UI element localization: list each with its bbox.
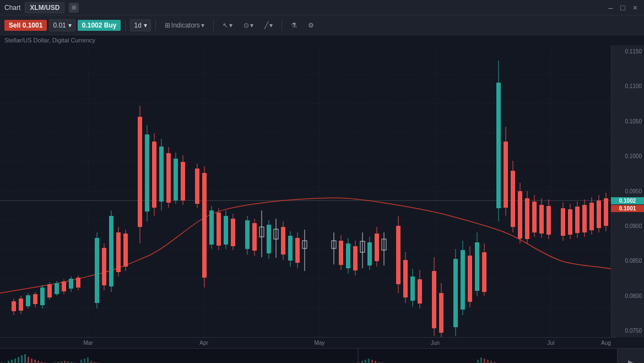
symbol-display[interactable]: XLM/USD: [25, 2, 64, 13]
svg-rect-123: [468, 256, 472, 302]
svg-rect-63: [202, 173, 207, 278]
svg-rect-179: [64, 361, 66, 363]
svg-rect-107: [396, 226, 401, 284]
x-axis: Mar Apr May Jun Jul Aug: [0, 337, 617, 348]
svg-rect-23: [33, 294, 37, 304]
cursor-dropdown-icon: ▾: [229, 21, 232, 29]
svg-rect-306: [484, 359, 485, 363]
subtitle-text: Stellar/US Dollar, Digital Currency: [4, 37, 95, 44]
svg-rect-162: [8, 361, 9, 363]
interval-dropdown-icon: ▾: [144, 21, 147, 29]
y-label-0800: 0.0800: [614, 293, 642, 299]
close-button[interactable]: ×: [631, 2, 640, 13]
svg-rect-153: [589, 203, 594, 230]
svg-rect-269: [361, 361, 363, 363]
y-label-0900: 0.0900: [614, 223, 642, 229]
flask-button[interactable]: ⚗: [286, 19, 301, 31]
separator-3: [213, 20, 214, 31]
svg-rect-95: [346, 243, 350, 268]
svg-rect-147: [568, 209, 572, 235]
maximize-button[interactable]: □: [618, 2, 627, 13]
svg-rect-75: [252, 223, 257, 251]
candlestick-chart: [0, 45, 617, 337]
quantity-selector[interactable]: 0.01 ▾: [49, 19, 75, 31]
clock-icon: ⊙: [243, 21, 249, 29]
qty-value: 0.01: [53, 21, 66, 29]
separator-2: [155, 20, 156, 31]
svg-rect-85: [288, 236, 293, 261]
indicators-icon: ⊞: [165, 21, 170, 29]
svg-rect-87: [295, 238, 300, 263]
gear-icon: ⚙: [308, 21, 314, 29]
sell-button[interactable]: Sell 0.1001: [4, 20, 47, 31]
flask-icon: ⚗: [291, 21, 297, 29]
svg-rect-37: [95, 238, 99, 303]
chart-area[interactable]: 0.1150 0.1100 0.1050 0.1000 0.0950 0.090…: [0, 45, 644, 337]
svg-rect-125: [475, 242, 479, 291]
svg-rect-61: [195, 169, 199, 204]
buy-button[interactable]: 0.1002 Buy: [78, 20, 121, 31]
interval-selector[interactable]: 1d ▾: [130, 19, 150, 31]
svg-rect-67: [217, 213, 221, 246]
svg-rect-129: [496, 83, 501, 208]
mini-chart: 2022 2023: [0, 349, 617, 363]
svg-rect-121: [461, 250, 465, 310]
svg-rect-168: [28, 357, 29, 363]
y-label-1000: 0.1000: [614, 153, 642, 159]
svg-rect-21: [26, 295, 30, 306]
svg-rect-185: [84, 359, 85, 363]
title-bar: Chart XLM/USD ⊞ – □ ×: [0, 0, 644, 15]
toolbar: Sell 0.1001 0.01 ▾ 0.1002 Buy 1d ▾ ⊞ Ind…: [0, 15, 644, 35]
svg-rect-187: [90, 361, 92, 363]
minimize-button[interactable]: –: [607, 2, 615, 13]
svg-rect-83: [281, 227, 285, 254]
mini-chart-right: ▶: [617, 349, 644, 363]
buy-price-tag: 0.1002: [611, 197, 644, 204]
svg-rect-65: [209, 210, 214, 245]
svg-rect-164: [14, 359, 16, 363]
y-axis: 0.1150 0.1100 0.1050 0.1000 0.0950 0.090…: [611, 45, 644, 337]
svg-rect-271: [368, 359, 370, 363]
svg-rect-273: [375, 361, 376, 363]
svg-rect-158: [0, 349, 617, 363]
svg-rect-29: [55, 283, 59, 294]
title-bar-left: Chart XLM/USD ⊞: [4, 2, 79, 13]
indicators-dropdown-icon: ▾: [201, 21, 204, 29]
svg-rect-169: [31, 359, 33, 363]
clock-button[interactable]: ⊙ ▾: [239, 19, 258, 31]
x-label-apr: Apr: [199, 340, 208, 346]
symbol-icon: ⊞: [69, 3, 79, 13]
svg-rect-139: [532, 202, 537, 232]
svg-rect-25: [40, 288, 45, 305]
svg-rect-157: [604, 198, 608, 226]
svg-rect-184: [80, 360, 82, 363]
svg-rect-33: [69, 279, 73, 289]
settings-button[interactable]: ⚙: [304, 19, 318, 31]
svg-rect-97: [353, 246, 358, 270]
scroll-arrow-icon[interactable]: ▶: [628, 358, 634, 364]
svg-rect-79: [267, 225, 271, 253]
svg-rect-17: [12, 301, 16, 311]
svg-rect-31: [62, 281, 66, 291]
svg-rect-305: [480, 357, 482, 363]
sell-price-tag: 0.1001: [611, 205, 644, 212]
svg-rect-186: [87, 357, 89, 363]
svg-rect-163: [11, 360, 13, 363]
svg-rect-270: [365, 360, 366, 363]
svg-rect-171: [37, 361, 39, 363]
y-label-0750: 0.0750: [614, 328, 642, 334]
svg-rect-69: [224, 216, 228, 245]
y-label-1050: 0.1050: [614, 118, 642, 124]
svg-rect-127: [482, 252, 486, 292]
cursor-button[interactable]: ↖ ▾: [218, 19, 237, 31]
separator-1: [125, 20, 126, 31]
svg-rect-73: [245, 220, 250, 249]
svg-rect-166: [21, 355, 23, 363]
line-icon: ╱: [264, 21, 268, 29]
svg-rect-165: [18, 357, 19, 363]
indicators-button[interactable]: ⊞ Indicators ▾: [160, 19, 209, 31]
svg-rect-41: [109, 216, 113, 286]
line-button[interactable]: ╱ ▾: [260, 19, 277, 31]
svg-rect-71: [231, 219, 235, 246]
svg-rect-308: [490, 361, 492, 363]
